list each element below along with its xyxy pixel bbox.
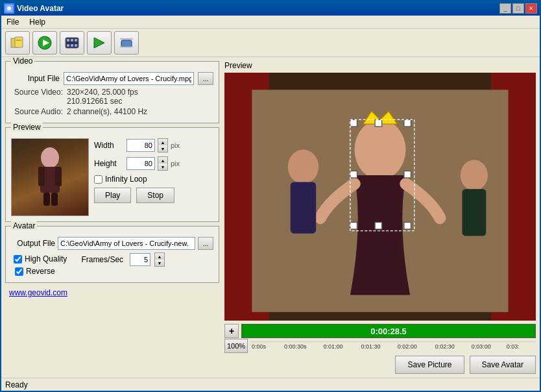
tick-1m: 0:01:00 [324,343,343,350]
high-quality-row: High Quality [14,254,67,263]
infinity-loop-checkbox[interactable] [94,175,102,184]
zoom-percent: 100% [224,339,248,353]
right-panel: Preview [224,61,536,374]
width-down-arrow[interactable]: ▼ [158,145,167,152]
height-down-arrow[interactable]: ▼ [158,164,167,170]
frames-up-arrow[interactable]: ▲ [155,253,164,260]
source-video-label: Source Video: [11,88,63,97]
source-video-row: Source Video: 320×240, 25.000 fps 210.91… [11,88,213,106]
svg-point-32 [461,160,488,190]
browse-input-button[interactable]: ... [198,72,213,85]
preview-thumbnail [11,138,89,216]
width-input[interactable] [126,139,155,152]
high-quality-label: High Quality [25,254,67,263]
geovid-link-area: www.geovid.com [5,287,219,299]
reverse-checkbox[interactable] [15,267,23,276]
height-up-arrow[interactable]: ▲ [158,157,167,164]
high-quality-checkbox[interactable] [14,255,22,263]
save-picture-button[interactable]: Save Picture [395,356,464,374]
frames-label: Frames/Sec [81,255,123,264]
width-unit: pix [171,141,180,149]
title-bar-left: Video Avatar [4,3,64,14]
video-group-label: Video [11,57,34,66]
svg-rect-35 [404,119,411,127]
video-preview-area [224,73,536,321]
svg-rect-15 [121,40,132,47]
svg-point-1 [7,6,11,10]
svg-point-28 [354,119,405,179]
time-ruler-row: 100% 0:00s 0:00:30s 0:01:00 0:01:30 0:02… [224,339,536,353]
source-audio-label: Source Audio: [11,107,63,116]
frames-down-arrow[interactable]: ▼ [155,260,164,266]
input-file-row: Input File ... [11,72,213,85]
zoom-plus-button[interactable]: + [224,324,239,338]
svg-rect-34 [350,119,357,127]
reverse-row: Reverse [15,267,213,276]
svg-point-18 [41,147,59,168]
output-file-row: Output File ... [11,237,213,250]
thumb-figure [12,139,88,215]
infinity-loop-row: Infinity Loop [94,175,213,184]
tick-3m: 0:03:00 [472,343,491,350]
timeline-area: + 0:00:28.5 [224,323,536,339]
preview-group: Preview [5,127,219,222]
maximize-button[interactable]: □ [512,3,524,14]
save-avatar-button[interactable]: Save Avatar [470,356,536,374]
minimize-button[interactable]: _ [499,3,511,14]
svg-rect-36 [350,223,357,230]
browse-output-button[interactable]: ... [198,237,213,250]
svg-rect-3 [15,37,23,47]
time-ruler: 0:00s 0:00:30s 0:01:00 0:01:30 0:02:00 0… [250,341,536,350]
close-button[interactable]: ✕ [525,3,537,14]
height-input[interactable] [126,157,155,170]
tick-3m-end: 0:03: [507,343,520,350]
width-row: Width ▲ ▼ pix [94,138,213,153]
svg-rect-10 [75,39,77,42]
effects-button[interactable] [114,31,139,55]
run-button[interactable] [87,31,112,55]
input-file-field[interactable] [64,72,194,85]
timeline-time: 0:00:28.5 [370,326,407,336]
width-up-arrow[interactable]: ▲ [158,139,167,145]
menu-help[interactable]: Help [27,17,48,27]
source-video-value: 320×240, 25.000 fps [67,88,138,97]
title-buttons: _ □ ✕ [499,3,537,14]
source-audio-row: Source Audio: 2 channel(s), 44100 Hz [11,107,213,116]
output-file-label: Output File [11,239,55,248]
height-row: Height ▲ ▼ pix [94,156,213,171]
height-label: Height [94,159,124,168]
fps-row: High Quality Frames/Sec ▲ ▼ [14,252,213,267]
play-toolbar-button[interactable] [32,31,57,55]
svg-rect-39 [375,223,382,230]
svg-rect-13 [75,44,77,47]
source-audio-value: 2 channel(s), 44100 Hz [67,107,147,116]
tick-1m30s: 0:01:30 [361,343,381,350]
tick-0: 0:00s [252,343,266,350]
tick-2m30s: 0:02:30 [435,343,455,350]
timeline-bar-container[interactable]: 0:00:28.5 [241,324,536,338]
svg-rect-21 [55,167,62,186]
infinity-loop-label: Infinity Loop [105,175,147,184]
reverse-label: Reverse [26,267,55,276]
stop-button[interactable]: Stop [136,188,174,203]
avatar-group-label: Avatar [11,221,37,230]
geovid-link[interactable]: www.geovid.com [9,288,67,297]
film-button[interactable] [60,31,84,55]
width-label: Width [94,141,124,150]
svg-rect-23 [51,193,58,206]
frames-spinner: ▲ ▼ [154,252,165,267]
menu-file[interactable]: File [4,17,21,27]
video-still-svg [224,73,536,321]
open-button[interactable] [5,31,30,55]
save-row: Save Picture Save Avatar [224,356,536,374]
play-button[interactable]: Play [94,188,131,203]
output-file-field[interactable] [58,237,195,250]
frames-input[interactable] [130,253,150,266]
svg-rect-40 [350,171,357,178]
video-group: Video Input File ... Source Video: 320×2… [5,61,219,123]
play-stop-row: Play Stop [94,188,213,203]
status-text: Ready [5,380,28,389]
menubar: File Help [1,16,540,29]
avatar-group: Avatar Output File ... High Quality Fram… [5,226,219,283]
input-file-label: Input File [11,74,60,83]
